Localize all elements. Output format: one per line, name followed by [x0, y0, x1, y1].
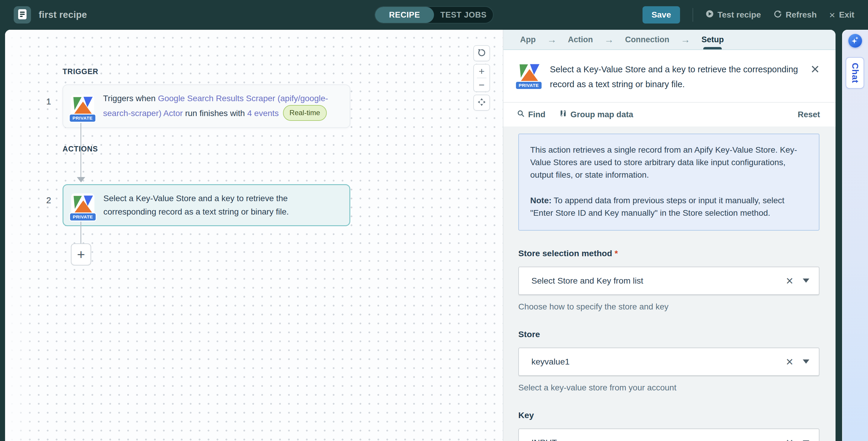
select-controls: ×: [786, 357, 809, 367]
field-store: Store keyvalue1 × Select a key-value sto…: [518, 330, 819, 393]
save-button[interactable]: Save: [643, 6, 680, 24]
action-step-card-selected[interactable]: PRIVATE Select a Key-Value Store and a k…: [63, 184, 350, 226]
test-recipe-label: Test recipe: [718, 10, 761, 20]
close-panel-button[interactable]: ×: [809, 62, 821, 76]
chat-label: Chat: [850, 63, 860, 83]
refresh-icon: [774, 10, 782, 20]
find-label: Find: [528, 110, 546, 119]
field-label: Store selection method*: [518, 248, 819, 258]
clear-selection-icon[interactable]: ×: [786, 438, 793, 441]
reset-view-icon: [477, 48, 486, 58]
breadcrumb-connection[interactable]: Connection: [625, 30, 669, 49]
trigger-step-text: Triggers when Google Search Results Scra…: [103, 92, 341, 121]
test-recipe-button[interactable]: Test recipe: [706, 10, 761, 20]
field-label: Store: [518, 330, 819, 339]
apify-actor-icon: PRIVATE: [71, 194, 94, 217]
panel-toolbar: Find Group map data Reset: [503, 102, 836, 127]
canvas-zoom-controls: + −: [473, 45, 490, 113]
search-icon: [517, 110, 525, 119]
ai-assistant-button[interactable]: [848, 34, 862, 47]
refresh-button[interactable]: Refresh: [774, 10, 817, 20]
exit-button[interactable]: × Exit: [829, 10, 854, 20]
realtime-badge: Real-time: [283, 105, 327, 121]
select-controls: ×: [786, 276, 809, 286]
canvas-edge-fade: [5, 30, 35, 441]
action-step-text: Select a Key-Value Store and a key to re…: [103, 192, 340, 219]
connector-arrowhead: [77, 177, 85, 182]
group-map-data-label: Group map data: [570, 110, 633, 119]
recipe-document-icon: [18, 9, 27, 21]
zoom-in-button[interactable]: +: [474, 65, 489, 78]
note-text: To append data from previous steps or in…: [530, 196, 784, 217]
fit-view-icon: [477, 98, 486, 107]
chat-sidebar: Chat: [842, 30, 868, 441]
topbar-actions: Save Test recipe Refresh × Exit: [643, 6, 854, 24]
content-card: TRIGGER 1 PRIVATE Triggers when Google S…: [5, 30, 836, 441]
selected-value: Select Store and Key from list: [531, 276, 643, 286]
select-controls: ×: [786, 438, 809, 441]
required-asterisk: *: [615, 248, 618, 258]
field-key: Key INPUT × Select a key from the chosen…: [518, 410, 819, 441]
setup-form: This action retrieves a single record fr…: [503, 127, 836, 441]
field-store-selection-method: Store selection method* Select Store and…: [518, 248, 819, 311]
trigger-text-middle: run finishes with: [183, 109, 247, 118]
tab-test-jobs[interactable]: TEST JOBS: [434, 7, 493, 23]
sparkles-icon: [851, 36, 859, 45]
panel-header: PRIVATE Select a Key-Value Store and a k…: [503, 50, 836, 102]
setup-panel: App → Action → Connection → Setup PRIVAT…: [503, 30, 836, 441]
reset-button[interactable]: Reset: [798, 110, 820, 119]
info-paragraph: This action retrieves a single record fr…: [530, 144, 808, 181]
key-select[interactable]: INPUT ×: [518, 429, 819, 441]
play-circle-icon: [706, 10, 714, 20]
fit-view-button[interactable]: [473, 95, 490, 111]
find-button[interactable]: Find: [517, 110, 546, 119]
trigger-step-card[interactable]: PRIVATE Triggers when Google Search Resu…: [63, 84, 350, 128]
selected-value: INPUT: [531, 438, 557, 441]
add-step-button[interactable]: +: [71, 243, 91, 265]
private-badge: PRIVATE: [515, 81, 542, 90]
clear-selection-icon[interactable]: ×: [786, 357, 793, 367]
note-label: Note:: [530, 196, 552, 205]
field-helper-text: Select a key-value store from your accou…: [518, 383, 819, 393]
step-number-1: 1: [46, 96, 51, 106]
apify-actor-icon: PRIVATE: [517, 62, 540, 85]
field-label: Key: [518, 410, 819, 420]
reset-view-button[interactable]: [473, 45, 490, 61]
dropdown-caret-icon[interactable]: [803, 360, 809, 364]
app-logo-button[interactable]: [14, 6, 31, 24]
step-number-2: 2: [46, 195, 51, 205]
field-label-text: Store: [518, 330, 540, 339]
private-badge: PRIVATE: [69, 114, 96, 123]
selected-value: keyvalue1: [531, 357, 569, 367]
tab-recipe[interactable]: RECIPE: [375, 7, 434, 23]
exit-label: Exit: [839, 10, 854, 20]
topbar-divider: [692, 8, 693, 22]
view-tabs: RECIPE TEST JOBS: [374, 6, 494, 24]
recipe-canvas[interactable]: TRIGGER 1 PRIVATE Triggers when Google S…: [5, 30, 503, 441]
zoom-out-button[interactable]: −: [474, 78, 489, 91]
trigger-section-label: TRIGGER: [63, 67, 98, 76]
setup-breadcrumb: App → Action → Connection → Setup: [503, 30, 836, 50]
store-select[interactable]: keyvalue1 ×: [518, 347, 819, 376]
trigger-text-prefix: Triggers when: [103, 94, 158, 103]
zoom-group: + −: [473, 64, 490, 92]
dropdown-caret-icon[interactable]: [803, 278, 809, 283]
breadcrumb-arrow-icon: →: [547, 30, 556, 49]
chat-tab-button[interactable]: Chat: [846, 57, 864, 89]
refresh-label: Refresh: [786, 10, 817, 20]
info-note: Note: To append data from previous steps…: [530, 194, 808, 219]
breadcrumb-arrow-icon: →: [681, 30, 690, 49]
actions-section-label: ACTIONS: [63, 145, 98, 153]
store-selection-method-select[interactable]: Select Store and Key from list ×: [518, 267, 819, 295]
breadcrumb-app[interactable]: App: [520, 30, 535, 49]
breadcrumb-arrow-icon: →: [604, 30, 614, 49]
group-map-data-button[interactable]: Group map data: [560, 109, 633, 119]
breadcrumb-action[interactable]: Action: [568, 30, 593, 49]
action-info-box: This action retrieves a single record fr…: [518, 134, 819, 231]
clear-selection-icon[interactable]: ×: [786, 276, 793, 286]
breadcrumb-setup[interactable]: Setup: [702, 30, 724, 49]
events-link[interactable]: 4 events: [247, 109, 279, 118]
connector-line: [81, 222, 81, 243]
field-label-text: Key: [518, 410, 534, 420]
private-badge: PRIVATE: [69, 212, 96, 222]
